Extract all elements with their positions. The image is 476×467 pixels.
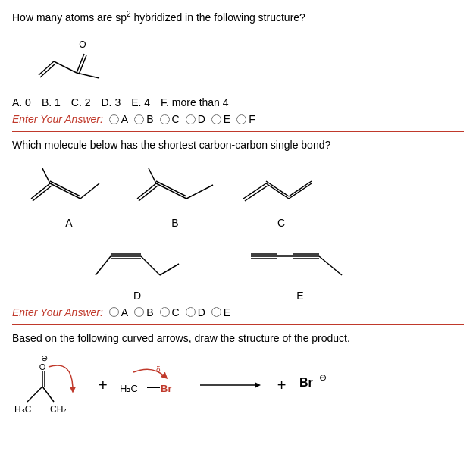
- q2-answer-label: Enter Your Answer:: [12, 306, 103, 318]
- choice-b: B. 1: [42, 96, 61, 108]
- mol-c-group: C: [240, 161, 323, 229]
- svg-line-44: [42, 387, 54, 402]
- mol-c: [240, 161, 323, 214]
- mol-b: [133, 161, 217, 214]
- svg-text:H₃C: H₃C: [120, 383, 138, 394]
- svg-line-16: [156, 183, 186, 199]
- svg-line-15: [149, 168, 156, 183]
- reactant-1: ⊖ O H₃C CH₂: [12, 352, 88, 418]
- svg-line-12: [80, 183, 99, 199]
- question-3: Based on the following curved arrows, dr…: [12, 331, 464, 419]
- svg-line-43: [27, 387, 42, 402]
- svg-line-29: [141, 256, 160, 275]
- q1-radio-b[interactable]: B: [134, 113, 153, 125]
- q1-radio-c[interactable]: C: [160, 113, 180, 125]
- q2-radio-d[interactable]: D: [186, 306, 205, 318]
- reaction-block: ⊖ O H₃C CH₂: [12, 352, 464, 418]
- product-br: Br ⊖: [296, 367, 327, 403]
- question-1: How many atoms are sp2 hybridized in the…: [12, 9, 464, 125]
- svg-line-9: [42, 168, 50, 183]
- svg-line-10: [50, 183, 80, 199]
- q1-radio-a[interactable]: A: [109, 113, 128, 125]
- choice-c: C. 2: [71, 96, 91, 108]
- svg-line-18: [186, 185, 213, 199]
- svg-line-21: [266, 183, 289, 199]
- mol-d: [88, 234, 186, 287]
- reactant-2: δ H₃C Br: [118, 363, 186, 407]
- svg-line-4: [40, 64, 55, 77]
- q2-text: Which molecule below has the shortest ca…: [12, 138, 464, 153]
- mol-e: [247, 234, 353, 287]
- svg-line-30: [160, 264, 179, 275]
- svg-text:Br: Br: [299, 376, 313, 389]
- mol-e-label: E: [296, 290, 303, 302]
- svg-line-25: [96, 256, 111, 275]
- svg-line-19: [243, 183, 266, 199]
- svg-line-17: [156, 181, 186, 196]
- svg-line-14: [139, 186, 158, 201]
- q2-radio-e[interactable]: E: [211, 306, 230, 318]
- svg-marker-52: [255, 382, 261, 388]
- svg-line-11: [50, 181, 80, 196]
- svg-line-23: [289, 183, 312, 199]
- q3-text: Based on the following curved arrows, dr…: [12, 331, 464, 346]
- plus-sign-2: +: [277, 377, 287, 394]
- svg-line-20: [245, 186, 268, 201]
- mol-d-label: D: [133, 290, 141, 302]
- q1-radio-f[interactable]: F: [236, 113, 255, 125]
- mol-a-group: A: [27, 161, 111, 229]
- q1-radio-e[interactable]: E: [211, 113, 230, 125]
- svg-text:H₃C: H₃C: [14, 404, 32, 415]
- svg-text:⊖: ⊖: [41, 353, 48, 362]
- reactant-2-svg: δ H₃C Br: [118, 363, 186, 405]
- q2-radio-b[interactable]: B: [134, 306, 153, 318]
- mol-e-group: E: [247, 234, 353, 302]
- choice-d: D. 3: [102, 96, 121, 108]
- choice-a: A. 0: [12, 96, 31, 108]
- svg-line-8: [33, 186, 52, 201]
- q2-radio-c[interactable]: C: [160, 306, 180, 318]
- svg-text:O: O: [79, 39, 86, 50]
- svg-line-24: [289, 181, 312, 196]
- arrow-svg: [200, 378, 261, 393]
- svg-text:CH₂: CH₂: [50, 404, 67, 415]
- q2-answer-row: Enter Your Answer: A B C D E: [12, 306, 464, 318]
- svg-line-7: [31, 183, 50, 199]
- svg-line-38: [319, 256, 342, 275]
- svg-text:⊖: ⊖: [319, 372, 327, 383]
- mol-b-group: B: [133, 161, 217, 229]
- choice-f: F. more than 4: [161, 96, 229, 108]
- divider-1: [12, 131, 464, 132]
- mol-d-group: D: [88, 234, 186, 302]
- plus-sign-1: +: [99, 377, 108, 394]
- question-2: Which molecule below has the shortest ca…: [12, 138, 464, 318]
- product-br-svg: Br ⊖: [296, 367, 327, 401]
- mol-a-label: A: [65, 217, 72, 229]
- reactant-1-svg: ⊖ O H₃C CH₂: [12, 352, 88, 416]
- mol-b-label: B: [171, 217, 178, 229]
- svg-line-5: [54, 61, 77, 73]
- q1-answer-label: Enter Your Answer:: [12, 113, 103, 125]
- q1-molecule: O: [27, 31, 118, 92]
- svg-line-6: [77, 73, 99, 78]
- divider-2: [12, 324, 464, 325]
- q1-text: How many atoms are sp2 hybridized in the…: [12, 9, 464, 25]
- choice-e: E. 4: [131, 96, 150, 108]
- q1-radio-d[interactable]: D: [186, 113, 205, 125]
- svg-text:O: O: [39, 362, 46, 371]
- q2-radio-a[interactable]: A: [109, 306, 128, 318]
- svg-text:Br: Br: [161, 383, 171, 394]
- q1-answer-row: Enter Your Answer: A B C D E F: [12, 113, 464, 125]
- q1-choices: A. 0 B. 1 C. 2 D. 3 E. 4 F. more than 4: [12, 96, 464, 108]
- mol-c-label: C: [277, 217, 285, 229]
- svg-line-13: [137, 183, 156, 199]
- svg-text:δ: δ: [156, 365, 161, 374]
- reaction-arrow: [200, 378, 261, 393]
- svg-line-3: [39, 61, 54, 75]
- svg-line-22: [266, 181, 289, 196]
- mol-a: [27, 161, 111, 214]
